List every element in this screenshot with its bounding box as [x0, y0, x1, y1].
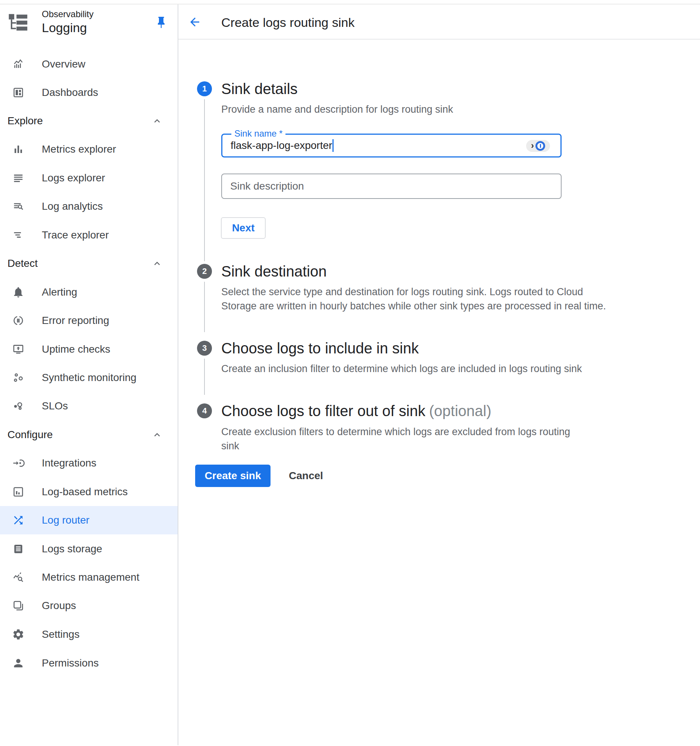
sidebar-item-label: Metrics explorer — [42, 143, 116, 155]
sidebar-section-configure: Configure — [0, 421, 177, 449]
step-4-circle: 4 — [197, 403, 212, 418]
sidebar-item-label: Integrations — [42, 457, 96, 469]
sidebar-item-label: Error reporting — [42, 314, 109, 326]
gcp-logging-page: Observability Logging Overview — [0, 0, 700, 746]
trace-bars-icon — [12, 229, 25, 242]
log-search-icon — [12, 200, 25, 213]
sidebar-item-label: Synthetic monitoring — [42, 372, 137, 384]
section-label: Configure — [8, 429, 53, 441]
step-3-circle: 3 — [197, 341, 212, 356]
chart-search-icon — [12, 571, 25, 584]
sidebar-item-synthetic-monitoring[interactable]: Synthetic monitoring — [0, 364, 177, 392]
sidebar-item-trace-explorer[interactable]: Trace explorer — [0, 221, 177, 249]
back-arrow-icon[interactable] — [188, 15, 201, 29]
sidebar-item-metrics-management[interactable]: Metrics management — [0, 563, 177, 591]
copy-squares-icon — [12, 599, 25, 612]
sidebar-item-label: Dashboards — [42, 87, 98, 99]
step-4-description: Create exclusion filters to determine wh… — [221, 425, 580, 453]
step-2-circle: 2 — [197, 264, 212, 279]
step-2-title: Sink destination — [221, 262, 326, 280]
sidebar-item-label: Settings — [42, 629, 80, 641]
sidebar-item-label: Log-based metrics — [42, 486, 128, 498]
error-circle-icon — [12, 314, 25, 327]
sidebar-item-dashboards[interactable]: Dashboards — [0, 78, 177, 107]
sidebar-item-uptime-checks[interactable]: Uptime checks — [0, 335, 177, 364]
gear-icon — [12, 628, 25, 641]
sidebar-item-overview[interactable]: Overview — [0, 50, 177, 78]
page-title: Create logs routing sink — [221, 15, 355, 30]
nodes-icon — [12, 371, 25, 384]
create-sink-button[interactable]: Create sink — [195, 465, 270, 487]
shuffle-icon — [12, 513, 25, 527]
section-label: Explore — [8, 115, 43, 127]
step-1-description: Provide a name and description for logs … — [221, 102, 453, 116]
sidebar-item-label: Metrics management — [42, 572, 139, 583]
step-1-circle: 1 — [197, 81, 212, 96]
product-name: Observability — [42, 9, 94, 20]
person-icon — [12, 656, 25, 670]
onepassword-icon — [535, 141, 545, 151]
step-1-title: Sink details — [221, 80, 298, 98]
slo-circles-icon — [12, 399, 25, 413]
step-2-description: Select the service type and destination … — [221, 285, 609, 313]
sidebar-item-metrics-explorer[interactable]: Metrics explorer — [0, 135, 177, 164]
logging-logo-icon — [8, 11, 29, 32]
sidebar-item-groups[interactable]: Groups — [0, 591, 177, 620]
storage-doc-icon — [12, 542, 25, 556]
sidebar-item-alerting[interactable]: Alerting — [0, 278, 177, 306]
sidebar-item-error-reporting[interactable]: Error reporting — [0, 306, 177, 335]
sidebar-item-log-router[interactable]: Log router — [0, 506, 177, 534]
section-label: Detect — [8, 257, 38, 269]
sidebar-item-label: Permissions — [42, 657, 99, 669]
sidebar-item-logs-explorer[interactable]: Logs explorer — [0, 164, 177, 192]
step-4-title-suffix: (optional) — [429, 403, 491, 419]
sidebar-item-settings[interactable]: Settings — [0, 620, 177, 648]
password-manager-autofill-icon[interactable]: › — [526, 140, 550, 152]
step-3-description: Create an inclusion filter to determine … — [221, 362, 582, 376]
sink-name-label: Sink name * — [231, 128, 285, 139]
integration-arrow-icon — [12, 456, 25, 470]
sidebar-item-label: Overview — [42, 58, 86, 70]
chevron-up-icon[interactable] — [152, 258, 163, 269]
sidebar-section-detect: Detect — [0, 249, 177, 278]
sidebar-item-label: Logs storage — [42, 543, 102, 555]
next-button[interactable]: Next — [221, 217, 266, 239]
step-3-connector — [204, 359, 205, 395]
chevron-up-icon[interactable] — [152, 115, 163, 126]
sidebar-item-integrations[interactable]: Integrations — [0, 449, 177, 477]
sink-name-value: flask-app-log-exporter — [231, 140, 332, 152]
bell-icon — [12, 286, 25, 299]
chevron-up-icon[interactable] — [152, 429, 163, 441]
sidebar-header: Observability Logging — [0, 5, 177, 39]
sidebar-section-explore: Explore — [0, 107, 177, 135]
sidebar-item-label: Trace explorer — [42, 229, 108, 241]
cancel-button[interactable]: Cancel — [276, 465, 336, 487]
step-3-title: Choose logs to include in sink — [221, 339, 419, 357]
sidebar-item-label: Uptime checks — [42, 343, 110, 355]
service-name: Logging — [42, 20, 87, 35]
sidebar-item-slos[interactable]: SLOs — [0, 392, 177, 420]
sidebar-item-label: SLOs — [42, 400, 68, 412]
chevron-right-icon: › — [531, 141, 534, 150]
sink-description-input[interactable] — [221, 173, 562, 199]
step-4-title-text: Choose logs to filter out of sink — [221, 403, 425, 419]
sidebar-item-logs-storage[interactable]: Logs storage — [0, 535, 177, 563]
sidebar-item-log-analytics[interactable]: Log analytics — [0, 192, 177, 221]
metric-square-icon — [12, 485, 25, 499]
pin-icon[interactable] — [155, 16, 168, 29]
log-lines-icon — [12, 171, 25, 185]
sidebar-item-label: Log router — [42, 514, 90, 526]
sidebar-item-label: Alerting — [42, 286, 77, 298]
monitor-up-icon — [12, 343, 25, 356]
step-2-connector — [204, 282, 205, 332]
step-1-connector — [204, 99, 205, 261]
sidebar-item-label: Log analytics — [42, 200, 103, 212]
overview-chart-icon — [12, 57, 25, 71]
sidebar-item-permissions[interactable]: Permissions — [0, 649, 177, 677]
sidebar: Observability Logging Overview — [0, 5, 178, 745]
sidebar-item-label: Logs explorer — [42, 172, 105, 184]
text-cursor — [332, 139, 333, 152]
bar-chart-icon — [12, 143, 25, 156]
sidebar-item-label: Groups — [42, 600, 76, 612]
sidebar-item-log-based-metrics[interactable]: Log-based metrics — [0, 478, 177, 506]
